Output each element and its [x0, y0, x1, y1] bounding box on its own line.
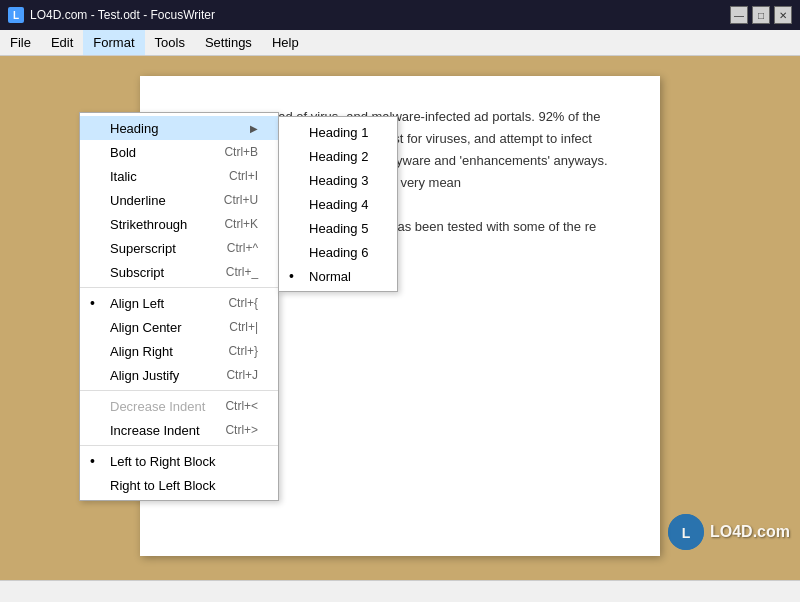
close-button[interactable]: ✕: [774, 6, 792, 24]
menu-entry-align-justify[interactable]: Align Justify Ctrl+J: [80, 363, 278, 387]
menu-file[interactable]: File: [0, 30, 41, 55]
submenu-arrow: ▶: [250, 123, 258, 134]
menu-entry-strikethrough[interactable]: Strikethrough Ctrl+K: [80, 212, 278, 236]
menu-entry-rtl-block[interactable]: Right to Left Block: [80, 473, 278, 497]
title-bar-left: L LO4D.com - Test.odt - FocusWriter: [8, 7, 215, 23]
heading-2[interactable]: Heading 2: [279, 144, 397, 168]
menu-tools[interactable]: Tools: [145, 30, 195, 55]
app-window: L LO4D.com - Test.odt - FocusWriter — □ …: [0, 0, 800, 602]
separator-3: [80, 445, 278, 446]
app-icon: L: [8, 7, 24, 23]
menu-entry-align-right[interactable]: Align Right Ctrl+}: [80, 339, 278, 363]
window-title: LO4D.com - Test.odt - FocusWriter: [30, 8, 215, 22]
title-bar: L LO4D.com - Test.odt - FocusWriter — □ …: [0, 0, 800, 30]
align-left-bullet: •: [90, 295, 95, 311]
menu-format[interactable]: Format: [83, 30, 144, 55]
menu-entry-align-center[interactable]: Align Center Ctrl+|: [80, 315, 278, 339]
watermark-logo: L: [668, 514, 704, 550]
watermark-label: LO4D.com: [710, 523, 790, 541]
menu-entry-superscript[interactable]: Superscript Ctrl+^: [80, 236, 278, 260]
heading-1[interactable]: Heading 1: [279, 120, 397, 144]
status-bar: [0, 580, 800, 602]
format-menu: Heading ▶ Heading 1 Heading 2 Heading 3: [79, 112, 279, 501]
separator-2: [80, 390, 278, 391]
heading-4[interactable]: Heading 4: [279, 192, 397, 216]
separator-1: [80, 287, 278, 288]
menu-entry-ltr-block[interactable]: • Left to Right Block: [80, 449, 278, 473]
heading-submenu: Heading 1 Heading 2 Heading 3 Heading 4: [278, 116, 398, 292]
menu-entry-align-left[interactable]: • Align Left Ctrl+{: [80, 291, 278, 315]
maximize-button[interactable]: □: [752, 6, 770, 24]
ltr-bullet: •: [90, 453, 95, 469]
heading-6[interactable]: Heading 6: [279, 240, 397, 264]
heading-normal[interactable]: • Normal: [279, 264, 397, 288]
menu-entry-decrease-indent: Decrease Indent Ctrl+<: [80, 394, 278, 418]
menu-edit[interactable]: Edit: [41, 30, 83, 55]
format-dropdown: Heading ▶ Heading 1 Heading 2 Heading 3: [79, 112, 279, 501]
heading-5[interactable]: Heading 5: [279, 216, 397, 240]
menu-entry-underline[interactable]: Underline Ctrl+U: [80, 188, 278, 212]
heading-3[interactable]: Heading 3: [279, 168, 397, 192]
content-area: the rampant spread of virus- and malware…: [0, 56, 800, 580]
menu-entry-increase-indent[interactable]: Increase Indent Ctrl+>: [80, 418, 278, 442]
heading-label: Heading: [110, 121, 158, 136]
svg-text:L: L: [682, 525, 691, 541]
watermark: L LO4D.com: [668, 514, 790, 550]
menu-entry-bold[interactable]: Bold Ctrl+B: [80, 140, 278, 164]
menu-help[interactable]: Help: [262, 30, 309, 55]
menu-entry-italic[interactable]: Italic Ctrl+I: [80, 164, 278, 188]
watermark-icon: L: [668, 514, 704, 550]
window-controls: — □ ✕: [730, 6, 792, 24]
menu-settings[interactable]: Settings: [195, 30, 262, 55]
menu-entry-subscript[interactable]: Subscript Ctrl+_: [80, 260, 278, 284]
normal-bullet: •: [289, 268, 294, 284]
menu-bar: File Edit Format Tools Settings Help: [0, 30, 800, 56]
menu-entry-heading[interactable]: Heading ▶ Heading 1 Heading 2 Heading 3: [80, 116, 278, 140]
minimize-button[interactable]: —: [730, 6, 748, 24]
